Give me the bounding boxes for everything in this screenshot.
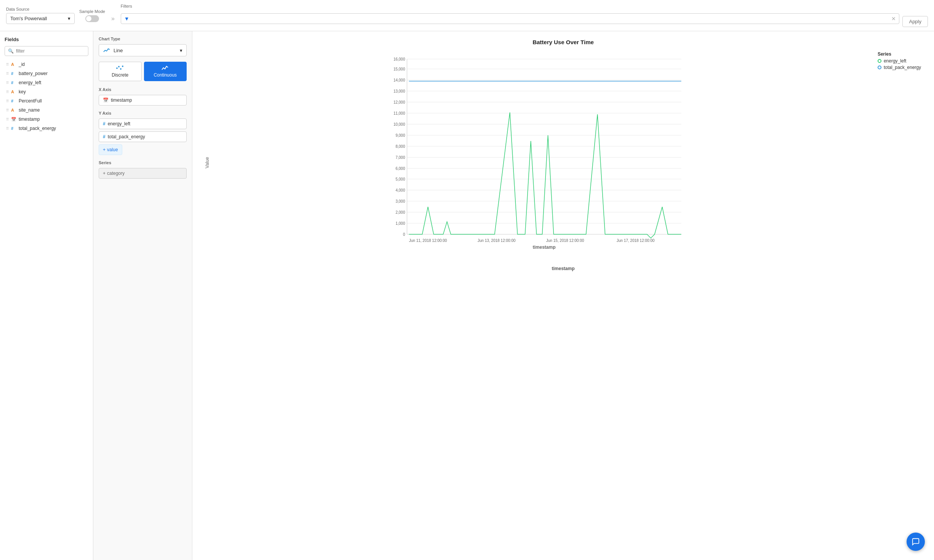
dropdown-arrow-icon: ▾	[68, 16, 70, 21]
svg-text:11,000: 11,000	[393, 111, 405, 115]
drag-handle-icon: ⠿	[6, 72, 9, 76]
field-item-percent-full[interactable]: ⠿ # PercentFull	[5, 96, 88, 106]
energy-left-line	[409, 112, 681, 238]
y-axis-field-name-2: total_pack_energy	[108, 134, 145, 139]
svg-text:16,000: 16,000	[393, 57, 405, 61]
sample-mode-toggle[interactable]	[85, 15, 99, 22]
field-search-box: 🔍	[5, 46, 88, 56]
drag-handle-icon: ⠿	[6, 117, 9, 122]
legend-label-energy-left: energy_left	[884, 58, 906, 64]
field-name: timestamp	[19, 117, 40, 122]
chart-title: Battery Use Over Time	[202, 39, 925, 45]
svg-text:8,000: 8,000	[395, 144, 405, 149]
field-name: total_pack_energy	[19, 126, 56, 131]
dropdown-arrow-icon: ▾	[180, 48, 182, 53]
search-icon: 🔍	[8, 48, 14, 54]
legend-item-energy-left: energy_left	[878, 58, 921, 64]
double-arrow-icon: »	[111, 15, 115, 22]
continuous-label: Continuous	[154, 72, 177, 78]
field-search-input[interactable]	[16, 48, 85, 54]
drag-handle-icon: ⠿	[6, 90, 9, 94]
field-name: site_name	[19, 107, 40, 113]
svg-text:0: 0	[403, 232, 405, 237]
drag-handle-icon: ⠿	[6, 62, 9, 67]
drag-handle-icon: ⠿	[6, 126, 9, 131]
chart-svg: 0 1,000 2,000 3,000 4,000 5,000 6,000 7,…	[224, 51, 856, 250]
svg-text:4,000: 4,000	[395, 188, 405, 192]
field-item-id[interactable]: ⠿ A _id	[5, 60, 88, 69]
type-icon-number: #	[11, 71, 16, 76]
field-name: _id	[19, 62, 25, 67]
field-item-site-name[interactable]: ⠿ A site_name	[5, 106, 88, 115]
svg-text:Jun 11, 2018 12:00:00: Jun 11, 2018 12:00:00	[409, 238, 447, 243]
apply-button[interactable]: Apply	[902, 16, 928, 27]
add-category-label: category	[107, 171, 125, 176]
filter-funnel-icon: ▼	[124, 16, 130, 22]
y-axis-label: Y Axis	[99, 111, 187, 115]
legend-label-total-pack-energy: total_pack_energy	[884, 65, 921, 70]
svg-text:1,000: 1,000	[395, 221, 405, 226]
filter-clear-button[interactable]: ✕	[891, 16, 896, 22]
y-axis-field-name-1: energy_left	[108, 121, 130, 126]
legend-item-total-pack-energy: total_pack_energy	[878, 65, 921, 70]
chat-button[interactable]	[907, 533, 925, 551]
filters-label: Filters	[121, 4, 928, 8]
svg-text:3,000: 3,000	[395, 199, 405, 203]
chart-type-select[interactable]: Line ▾	[99, 44, 187, 56]
svg-point-3	[122, 66, 123, 67]
number-icon: #	[103, 134, 106, 139]
discrete-continuous-row: Discrete Continuous	[99, 62, 187, 81]
x-axis-label: X Axis	[99, 87, 187, 92]
x-axis-section: X Axis 📅 timestamp	[99, 87, 187, 106]
field-item-total-pack-energy[interactable]: ⠿ # total_pack_energy	[5, 124, 88, 133]
series-label: Series	[99, 160, 187, 165]
svg-text:13,000: 13,000	[393, 89, 405, 93]
continuous-button[interactable]: Continuous	[144, 62, 187, 81]
discrete-icon	[116, 65, 124, 71]
field-name: battery_power	[19, 71, 48, 76]
data-source-value: Tom's Powerwall	[10, 16, 47, 21]
discrete-button[interactable]: Discrete	[99, 62, 142, 81]
svg-text:5,000: 5,000	[395, 177, 405, 181]
line-chart-icon	[103, 47, 110, 53]
svg-text:10,000: 10,000	[393, 122, 405, 126]
drag-handle-icon: ⠿	[6, 108, 9, 112]
fields-panel: Fields 🔍 ⠿ A _id ⠿ # battery_power ⠿ # e…	[0, 31, 93, 560]
top-bar: Data Source Tom's Powerwall ▾ Sample Mod…	[0, 0, 934, 31]
chart-grid	[407, 59, 681, 234]
filters-section: Filters ▼ ✕ Apply	[121, 4, 928, 27]
y-axis-field-energy-left[interactable]: # energy_left	[99, 118, 187, 129]
discrete-label: Discrete	[112, 72, 128, 78]
field-item-timestamp[interactable]: ⠿ 📅 timestamp	[5, 115, 88, 124]
add-value-button[interactable]: + value	[99, 144, 122, 155]
type-icon-number: #	[11, 80, 16, 85]
type-icon-string: A	[11, 90, 16, 94]
chat-icon	[912, 538, 920, 546]
x-axis-field-tag[interactable]: 📅 timestamp	[99, 95, 187, 106]
legend-title: Series	[878, 51, 921, 57]
number-icon: #	[103, 121, 106, 126]
field-item-key[interactable]: ⠿ A key	[5, 87, 88, 96]
field-item-energy-left[interactable]: ⠿ # energy_left	[5, 78, 88, 87]
fields-panel-title: Fields	[5, 37, 88, 42]
chart-type-value: Line	[114, 48, 123, 53]
type-icon-string: A	[11, 62, 16, 67]
svg-text:Jun 15, 2018 12:00:00: Jun 15, 2018 12:00:00	[546, 238, 584, 243]
svg-point-2	[120, 68, 122, 70]
add-category-button[interactable]: + category	[99, 168, 187, 179]
y-axis-label: Value	[205, 157, 210, 168]
data-source-select[interactable]: Tom's Powerwall ▾	[6, 13, 75, 24]
type-icon-calendar: 📅	[11, 117, 16, 122]
svg-text:9,000: 9,000	[395, 133, 405, 138]
field-item-battery-power[interactable]: ⠿ # battery_power	[5, 69, 88, 78]
field-name: energy_left	[19, 80, 41, 85]
y-axis-field-total-pack-energy[interactable]: # total_pack_energy	[99, 131, 187, 142]
svg-text:7,000: 7,000	[395, 155, 405, 160]
x-axis-field-name: timestamp	[111, 98, 132, 103]
filter-input[interactable]	[132, 16, 889, 21]
svg-text:2,000: 2,000	[395, 210, 405, 214]
drag-handle-icon: ⠿	[6, 99, 9, 103]
field-name: key	[19, 89, 26, 94]
svg-text:12,000: 12,000	[393, 100, 405, 104]
svg-point-0	[116, 67, 118, 69]
